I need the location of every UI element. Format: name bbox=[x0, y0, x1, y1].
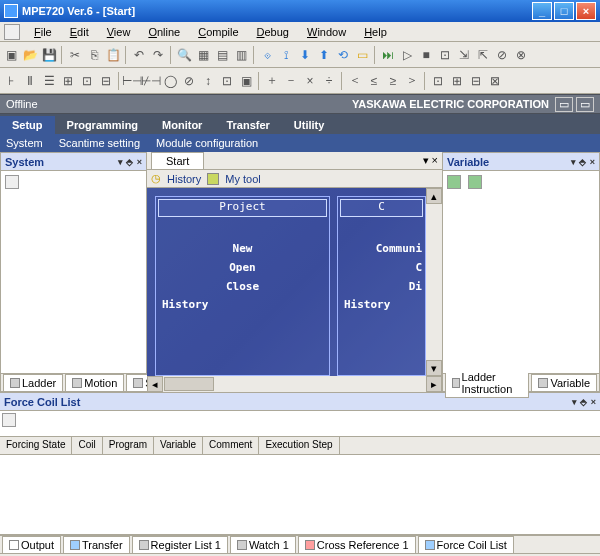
stepinto-icon[interactable]: ⇲ bbox=[455, 46, 473, 64]
hscrollbar[interactable]: ◂ ▸ bbox=[147, 376, 442, 392]
system-tree-icon[interactable] bbox=[5, 175, 19, 189]
controller-c[interactable]: C bbox=[338, 258, 425, 277]
funcblk-icon[interactable]: ▣ bbox=[237, 72, 255, 90]
col-comment[interactable]: Comment bbox=[203, 437, 259, 454]
otab-force[interactable]: Force Coil List bbox=[418, 536, 514, 554]
controller-di[interactable]: Di bbox=[338, 277, 425, 296]
tab-monitor[interactable]: Monitor bbox=[150, 116, 214, 134]
online-icon[interactable]: ⟟ bbox=[277, 46, 295, 64]
menu-edit[interactable]: Edit bbox=[62, 24, 97, 40]
menu-online[interactable]: Online bbox=[140, 24, 188, 40]
btab-variable[interactable]: Variable bbox=[531, 374, 597, 392]
close-panel-icon[interactable]: × bbox=[137, 157, 142, 167]
branch-icon[interactable]: ☰ bbox=[40, 72, 58, 90]
close-panel-icon[interactable]: × bbox=[590, 157, 595, 167]
ge-icon[interactable]: ≥ bbox=[384, 72, 402, 90]
copy-icon[interactable]: ⎘ bbox=[85, 46, 103, 64]
menu-compile[interactable]: Compile bbox=[190, 24, 246, 40]
btab-motion[interactable]: Motion bbox=[65, 374, 124, 392]
col-coil[interactable]: Coil bbox=[72, 437, 102, 454]
system-menu-icon[interactable] bbox=[4, 24, 20, 40]
btab-ladder[interactable]: Ladder bbox=[3, 374, 63, 392]
tab-start[interactable]: Start bbox=[151, 152, 204, 169]
series-icon[interactable]: ⊞ bbox=[59, 72, 77, 90]
block-c-icon[interactable]: ⊟ bbox=[467, 72, 485, 90]
paste-icon[interactable]: 📋 bbox=[104, 46, 122, 64]
tab-programming[interactable]: Programming bbox=[55, 116, 151, 134]
contact-icon[interactable]: ⊢⊣ bbox=[123, 72, 141, 90]
menu-help[interactable]: Help bbox=[356, 24, 395, 40]
break-icon[interactable]: ⊘ bbox=[493, 46, 511, 64]
tab-setup[interactable]: Setup bbox=[0, 116, 55, 134]
subtab-module[interactable]: Module configuration bbox=[156, 137, 258, 149]
menu-view[interactable]: View bbox=[99, 24, 139, 40]
save-icon[interactable]: 💾 bbox=[40, 46, 58, 64]
open-icon[interactable]: 📂 bbox=[21, 46, 39, 64]
connect-icon[interactable]: ⟐ bbox=[258, 46, 276, 64]
coil-icon[interactable]: ◯ bbox=[161, 72, 179, 90]
read-icon[interactable]: ⬆ bbox=[315, 46, 333, 64]
otab-register[interactable]: Register List 1 bbox=[132, 536, 228, 554]
step-icon[interactable]: ⊡ bbox=[436, 46, 454, 64]
build-icon[interactable]: ▦ bbox=[194, 46, 212, 64]
close-button[interactable]: × bbox=[576, 2, 596, 20]
scroll-thumb[interactable] bbox=[164, 377, 214, 391]
otab-transfer[interactable]: Transfer bbox=[63, 536, 130, 554]
pin-icon[interactable]: ▾ ⬘ bbox=[572, 397, 587, 407]
times-icon[interactable]: × bbox=[301, 72, 319, 90]
undo-icon[interactable]: ↶ bbox=[130, 46, 148, 64]
col-program[interactable]: Program bbox=[103, 437, 154, 454]
menu-debug[interactable]: Debug bbox=[249, 24, 297, 40]
block-a-icon[interactable]: ⊡ bbox=[429, 72, 447, 90]
project-new[interactable]: New bbox=[156, 239, 329, 258]
module-icon[interactable]: ▭ bbox=[353, 46, 371, 64]
subtab-system[interactable]: System bbox=[6, 137, 43, 149]
col-forcing[interactable]: Forcing State bbox=[0, 437, 72, 454]
col-variable[interactable]: Variable bbox=[154, 437, 203, 454]
ncontact-icon[interactable]: ⊬⊣ bbox=[142, 72, 160, 90]
project-close[interactable]: Close bbox=[156, 277, 329, 296]
scroll-up-icon[interactable]: ▴ bbox=[426, 188, 442, 204]
maximize-button[interactable]: □ bbox=[554, 2, 574, 20]
rung-icon[interactable]: ⊦ bbox=[2, 72, 20, 90]
parallel-icon[interactable]: Ⅱ bbox=[21, 72, 39, 90]
new-icon[interactable]: ▣ bbox=[2, 46, 20, 64]
variable-refresh-icon[interactable] bbox=[468, 175, 482, 189]
run-icon[interactable]: ⏭ bbox=[379, 46, 397, 64]
le-icon[interactable]: ≤ bbox=[365, 72, 383, 90]
stop-icon[interactable]: ■ bbox=[417, 46, 435, 64]
force-tool-icon[interactable] bbox=[2, 413, 16, 427]
ncoil-icon[interactable]: ⊘ bbox=[180, 72, 198, 90]
play-icon[interactable]: ▷ bbox=[398, 46, 416, 64]
doc-pin-icon[interactable]: ▾ × bbox=[419, 152, 442, 169]
sort-icon[interactable]: ↕ bbox=[199, 72, 217, 90]
cut-icon[interactable]: ✂ bbox=[66, 46, 84, 64]
menu-file[interactable]: File bbox=[26, 24, 60, 40]
mytool-link[interactable]: My tool bbox=[225, 173, 260, 185]
block-b-icon[interactable]: ⊞ bbox=[448, 72, 466, 90]
pin-icon[interactable]: ▾ ⬘ bbox=[118, 157, 133, 167]
gt-icon[interactable]: ＞ bbox=[403, 72, 421, 90]
write-icon[interactable]: ⬇ bbox=[296, 46, 314, 64]
close-panel-icon[interactable]: × bbox=[591, 397, 596, 407]
variable-add-icon[interactable] bbox=[447, 175, 461, 189]
tool-a-icon[interactable]: ⊡ bbox=[78, 72, 96, 90]
tool-icon[interactable]: ▥ bbox=[232, 46, 250, 64]
minus-icon[interactable]: － bbox=[282, 72, 300, 90]
monitor-icon[interactable]: ⟲ bbox=[334, 46, 352, 64]
stepout-icon[interactable]: ⇱ bbox=[474, 46, 492, 64]
menu-window[interactable]: Window bbox=[299, 24, 354, 40]
otab-output[interactable]: Output bbox=[2, 536, 61, 554]
tab-utility[interactable]: Utility bbox=[282, 116, 337, 134]
history-link[interactable]: History bbox=[167, 173, 201, 185]
plus-icon[interactable]: ＋ bbox=[263, 72, 281, 90]
controller-communi[interactable]: Communi bbox=[338, 239, 425, 258]
subtab-scantime[interactable]: Scantime setting bbox=[59, 137, 140, 149]
block-d-icon[interactable]: ⊠ bbox=[486, 72, 504, 90]
scroll-left-icon[interactable]: ◂ bbox=[147, 376, 163, 392]
otab-watch[interactable]: Watch 1 bbox=[230, 536, 296, 554]
col-exec[interactable]: Execution Step bbox=[259, 437, 339, 454]
status-btn-2[interactable]: ▭ bbox=[576, 97, 594, 112]
project-open[interactable]: Open bbox=[156, 258, 329, 277]
tool-b-icon[interactable]: ⊟ bbox=[97, 72, 115, 90]
